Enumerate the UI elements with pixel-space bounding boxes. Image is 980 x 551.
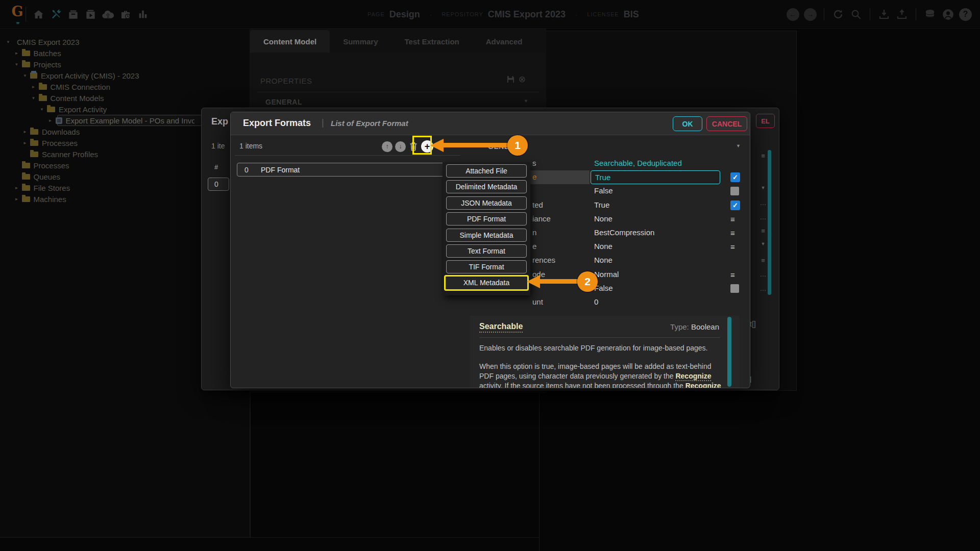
tree-node-export-activity-cmis-2023[interactable]: ▼Export Activity (CMIS) - 2023 bbox=[0, 70, 250, 81]
menu-icon[interactable]: ≡ bbox=[758, 152, 768, 160]
tab-test-extraction[interactable]: Test Extraction bbox=[391, 30, 473, 53]
scrollbar-thumb[interactable] bbox=[727, 317, 731, 387]
batch-process-icon[interactable] bbox=[84, 8, 97, 21]
page-value[interactable]: Design bbox=[389, 9, 420, 20]
dropdown-item-text-format[interactable]: Text Format bbox=[446, 244, 527, 258]
tab-content-model[interactable]: Content Model bbox=[250, 30, 330, 53]
top-toolbar: G ▾▾ PAGE Design · REPOSITORY CMIS Expor… bbox=[0, 0, 980, 29]
ellipsis-icon[interactable]: … bbox=[758, 199, 768, 207]
refresh-icon[interactable] bbox=[831, 8, 845, 21]
expander-closed-icon[interactable]: ► bbox=[22, 130, 28, 134]
dropdown-item-pdf-format[interactable]: PDF Format bbox=[446, 212, 527, 226]
background-list-row-fragment[interactable]: 0 bbox=[208, 178, 229, 191]
tree-node-batches[interactable]: ►Batches bbox=[0, 47, 250, 59]
tree-node-label: CMIS Export 2023 bbox=[17, 38, 80, 46]
chevron-down-icon[interactable]: ▼ bbox=[736, 143, 741, 148]
general-section-header: GENERAL bbox=[265, 98, 302, 106]
expander-closed-icon[interactable]: ► bbox=[22, 141, 28, 145]
property-value[interactable]: None bbox=[594, 214, 612, 223]
app-logo[interactable]: G ▾▾ bbox=[8, 3, 27, 23]
back-icon[interactable]: ← bbox=[787, 8, 799, 21]
chevron-down-icon[interactable]: ▼ bbox=[758, 241, 768, 246]
property-value[interactable]: None bbox=[594, 242, 612, 251]
ok-button[interactable]: OK bbox=[673, 116, 702, 131]
recognize-activity-link[interactable]: Recognize bbox=[685, 382, 721, 388]
checkbox-checked[interactable]: ✓ bbox=[730, 201, 740, 210]
move-up-button[interactable]: ↑ bbox=[382, 141, 393, 152]
property-value[interactable]: Searchable, Deduplicated bbox=[594, 159, 682, 167]
expander-open-icon[interactable]: ▼ bbox=[39, 107, 45, 112]
save-icon[interactable] bbox=[507, 76, 514, 85]
checkbox-unchecked[interactable] bbox=[730, 284, 739, 293]
tree-node-cmis-export-2023[interactable]: ▼CMIS Export 2023 bbox=[0, 36, 250, 47]
tab-summary[interactable]: Summary bbox=[330, 30, 391, 53]
dropdown-item-attached-file[interactable]: Attached File bbox=[446, 164, 527, 178]
checkbox-unchecked[interactable] bbox=[730, 187, 739, 195]
stats-icon[interactable] bbox=[136, 8, 150, 21]
home-icon[interactable] bbox=[32, 8, 45, 21]
menu-icon[interactable]: ≡ bbox=[758, 257, 768, 264]
expander-open-icon[interactable]: ▼ bbox=[5, 40, 11, 44]
search-icon[interactable] bbox=[849, 8, 863, 21]
property-value[interactable]: Normal bbox=[594, 270, 619, 279]
expander-closed-icon[interactable]: ► bbox=[31, 85, 37, 89]
expander-open-icon[interactable]: ▼ bbox=[31, 96, 37, 101]
context-breadcrumb: PAGE Design · REPOSITORY CMIS Export 202… bbox=[368, 0, 639, 29]
tree-node-content-models[interactable]: ▼Content Models bbox=[0, 92, 250, 104]
property-value[interactable]: BestCompression bbox=[594, 228, 654, 237]
menu-icon[interactable]: ≡ bbox=[730, 214, 735, 224]
expander-open-icon[interactable]: ▼ bbox=[14, 62, 20, 67]
jobs-icon[interactable] bbox=[118, 8, 132, 21]
expander-closed-icon[interactable]: ► bbox=[14, 197, 20, 202]
property-row[interactable]: unt0 bbox=[464, 295, 751, 309]
expander-closed-icon[interactable]: ► bbox=[14, 51, 20, 56]
forward-icon[interactable]: → bbox=[804, 8, 817, 21]
menu-icon[interactable]: ≡ bbox=[730, 228, 735, 238]
divider bbox=[479, 337, 720, 338]
ellipsis-icon[interactable]: … bbox=[758, 213, 768, 221]
tree-node-projects[interactable]: ▼Projects bbox=[0, 59, 250, 70]
ellipsis-icon[interactable]: … bbox=[758, 285, 768, 292]
expander-open-icon[interactable]: ▼ bbox=[22, 73, 28, 78]
download-icon[interactable] bbox=[877, 8, 891, 21]
chevron-down-icon[interactable]: ▼ bbox=[758, 185, 768, 190]
property-value[interactable]: False bbox=[594, 186, 613, 195]
scrollbar-thumb[interactable] bbox=[768, 150, 771, 295]
help-icon[interactable]: ? bbox=[959, 8, 972, 21]
expander-closed-icon[interactable]: ► bbox=[14, 186, 20, 190]
tree-node-label: Content Models bbox=[51, 94, 104, 103]
property-value-input[interactable]: True bbox=[591, 170, 720, 184]
menu-icon[interactable]: ≡ bbox=[730, 242, 735, 252]
dropdown-item-xml-metadata[interactable]: XML Metadata bbox=[444, 275, 529, 291]
chevron-down-icon[interactable]: ▼ bbox=[524, 98, 528, 104]
cancel-button[interactable]: CANCEL bbox=[706, 116, 747, 131]
dropdown-item-delimited-metadata[interactable]: Delimited Metadata bbox=[446, 180, 527, 193]
property-value[interactable]: 0 bbox=[594, 297, 598, 306]
recognize-activity-link[interactable]: Recognize bbox=[675, 372, 711, 381]
tree-node-cmis-connection[interactable]: ►CMIS Connection bbox=[0, 81, 250, 92]
property-value[interactable]: None bbox=[594, 256, 612, 264]
batches-icon[interactable] bbox=[66, 8, 80, 21]
dropdown-item-tif-format[interactable]: TIF Format bbox=[446, 260, 527, 273]
property-value[interactable]: True bbox=[594, 201, 609, 209]
dropdown-item-json-metadata[interactable]: JSON Metadata bbox=[446, 196, 527, 210]
property-label-fragment: e bbox=[532, 172, 536, 181]
move-down-button[interactable]: ↓ bbox=[395, 141, 406, 152]
menu-icon[interactable]: ≡ bbox=[758, 227, 768, 235]
ellipsis-icon[interactable]: … bbox=[758, 270, 768, 278]
checkbox-checked[interactable]: ✓ bbox=[730, 172, 740, 182]
tab-advanced[interactable]: Advanced bbox=[473, 30, 536, 53]
menu-icon[interactable]: ≡ bbox=[730, 270, 735, 280]
repository-value[interactable]: CMIS Export 2023 bbox=[488, 9, 566, 20]
dropdown-item-simple-metadata[interactable]: Simple Metadata bbox=[446, 229, 527, 242]
background-cancel-button-fragment[interactable]: EL bbox=[756, 114, 775, 128]
licensee-value[interactable]: BIS bbox=[624, 9, 639, 20]
cloud-upload-icon[interactable] bbox=[101, 8, 115, 21]
account-icon[interactable] bbox=[941, 8, 954, 21]
tools-icon[interactable] bbox=[49, 8, 63, 21]
export-format-list-row[interactable]: 0PDF Format bbox=[237, 163, 459, 177]
close-circle-icon[interactable]: ⊗ bbox=[519, 76, 526, 85]
upload-icon[interactable] bbox=[895, 8, 909, 21]
expander-closed-icon[interactable]: ► bbox=[47, 118, 54, 123]
database-icon[interactable] bbox=[923, 8, 937, 21]
